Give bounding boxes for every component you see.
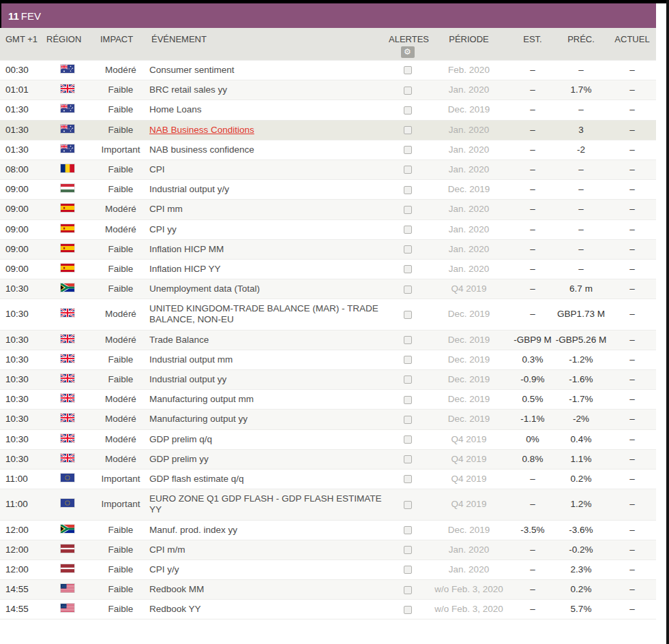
event-region [41,370,93,390]
event-row[interactable]: 10:30FaibleIndustrial output mmDec. 2019… [0,350,656,369]
event-time: 09:00 [0,180,41,200]
event-row[interactable]: 09:00FaibleInflation HICP YYJan. 2020––– [0,259,656,279]
event-row[interactable]: 01:30FaibleNAB Business ConditionsJan. 2… [0,120,656,140]
alert-checkbox[interactable] [404,356,412,364]
alert-checkbox[interactable] [404,416,412,424]
event-previous: – [554,200,608,219]
event-row[interactable]: 12:00FaibleManuf. prod. index yyDec. 201… [0,520,656,540]
flag-es-icon [61,224,74,232]
event-region [41,80,93,100]
event-impact: Modéré [93,200,148,219]
event-row[interactable]: 11:00ImportantGDP flash estimate q/qQ4 2… [0,469,656,489]
event-region [41,330,93,350]
event-actual: – [608,489,656,520]
event-region [41,540,93,559]
event-period: Dec. 2019 [426,330,511,350]
alert-checkbox[interactable] [404,546,412,554]
event-row[interactable]: 11:00ImportantEURO ZONE Q1 GDP FLASH - G… [0,489,656,520]
alert-checkbox[interactable] [404,186,412,194]
event-estimate: 0.3% [511,350,554,369]
event-link[interactable]: NAB Business Conditions [149,125,254,135]
alert-checkbox[interactable] [404,586,412,594]
gear-icon[interactable]: ⚙ [401,46,415,58]
alert-checkbox[interactable] [404,501,412,509]
alert-checkbox[interactable] [404,87,412,95]
event-row[interactable]: 09:00ModéréCPI yyJan. 2020––– [0,219,656,239]
event-time: 14:55 [0,600,41,619]
alert-checkbox[interactable] [404,455,412,463]
alert-checkbox[interactable] [404,336,412,344]
event-name: CPI mm [148,200,389,219]
event-alert-cell [389,100,426,120]
event-row[interactable]: 10:30ModéréManufacturing output yyDec. 2… [0,410,656,429]
alert-checkbox[interactable] [404,206,412,214]
event-alert-cell [389,350,426,369]
alert-checkbox[interactable] [404,396,412,404]
event-alert-cell [389,180,426,200]
alert-checkbox[interactable] [404,606,412,614]
event-row[interactable]: 10:30ModéréGDP prelim yyQ4 20190.8%1.1%– [0,449,656,469]
event-row[interactable]: 14:55FaibleRedbook MMw/o Feb. 3, 2020–0.… [0,580,656,600]
event-time: 10:30 [0,449,41,469]
event-name: Unemployment data (Total) [148,279,389,299]
alert-checkbox[interactable] [404,146,412,154]
event-time: 10:30 [0,390,41,410]
event-impact: Faible [93,120,148,140]
event-row[interactable]: 00:30ModéréConsumer sentimentFeb. 2020––… [0,61,656,80]
event-row[interactable]: 10:30ModéréUNITED KINGDOM-TRADE BALANCE … [0,299,656,330]
event-row[interactable]: 09:00FaibleInflation HICP MMJan. 2020––– [0,239,656,259]
date-banner-day: 11 [8,10,19,22]
alert-checkbox[interactable] [404,226,412,234]
event-row[interactable]: 08:00FaibleCPIJan. 2020––– [0,159,656,179]
alert-checkbox[interactable] [404,245,412,254]
alert-checkbox[interactable] [404,166,412,174]
alert-checkbox[interactable] [404,265,412,273]
event-row[interactable]: 01:30ImportantNAB business confidenceJan… [0,140,656,159]
alert-checkbox[interactable] [404,311,412,319]
alert-checkbox[interactable] [404,106,412,114]
flag-es-icon [61,264,74,272]
event-actual: – [608,330,656,350]
economic-calendar: 11 FEV GMT +1 RÉGION IMPACT ÉVÉNEMENT AL… [0,3,656,619]
event-previous: -2 [554,140,608,159]
event-row[interactable]: 14:55FaibleRedbook YYw/o Feb. 3, 2020–5.… [0,600,656,619]
alert-checkbox[interactable] [404,286,412,294]
event-row[interactable]: 09:00ModéréCPI mmJan. 2020––– [0,200,656,219]
alert-checkbox[interactable] [404,375,412,384]
event-row[interactable]: 10:30ModéréGDP prelim q/qQ4 20190%0.4%– [0,429,656,449]
alert-checkbox[interactable] [404,526,412,534]
event-row[interactable]: 12:00FaibleCPI y/yJan. 2020–2.3%– [0,559,656,579]
event-impact: Faible [93,100,148,120]
event-row[interactable]: 01:30FaibleHome LoansDec. 2019––– [0,100,656,120]
event-time: 12:00 [0,520,41,540]
event-name: Industrial output yy [148,370,389,390]
event-row[interactable]: 10:30FaibleIndustrial output yyDec. 2019… [0,370,656,390]
event-previous: -0.2% [554,540,608,559]
event-alert-cell [389,429,426,449]
event-row[interactable]: 10:30FaibleUnemployment data (Total)Q4 2… [0,279,656,299]
alert-checkbox[interactable] [404,66,412,74]
event-alert-cell [389,410,426,429]
event-period: Jan. 2020 [426,219,511,239]
event-row[interactable]: 12:00FaibleCPI m/mJan. 2020–-0.2%– [0,540,656,559]
event-time: 09:00 [0,200,41,219]
event-time: 01:30 [0,140,41,159]
event-estimate: – [511,540,554,559]
alert-checkbox[interactable] [404,126,412,134]
event-actual: – [608,449,656,469]
event-previous: -2% [554,410,608,429]
alert-checkbox[interactable] [404,475,412,483]
event-actual: – [608,140,656,159]
event-period: Dec. 2019 [426,299,511,330]
event-impact: Modéré [93,299,148,330]
event-row[interactable]: 01:01FaibleBRC retail sales yyJan. 2020–… [0,80,656,100]
flag-lv-icon [61,564,74,572]
alert-checkbox[interactable] [404,435,412,444]
window-right-border [666,0,669,644]
event-row[interactable]: 10:30ModéréManufacturing output mmDec. 2… [0,390,656,410]
event-row[interactable]: 09:00FaibleIndustrial output y/yDec. 201… [0,180,656,200]
event-time: 12:00 [0,559,41,579]
event-row[interactable]: 10:30ModéréTrade BalanceDec. 2019-GBP9 M… [0,330,656,350]
alert-checkbox[interactable] [404,566,412,574]
event-actual: – [608,200,656,219]
